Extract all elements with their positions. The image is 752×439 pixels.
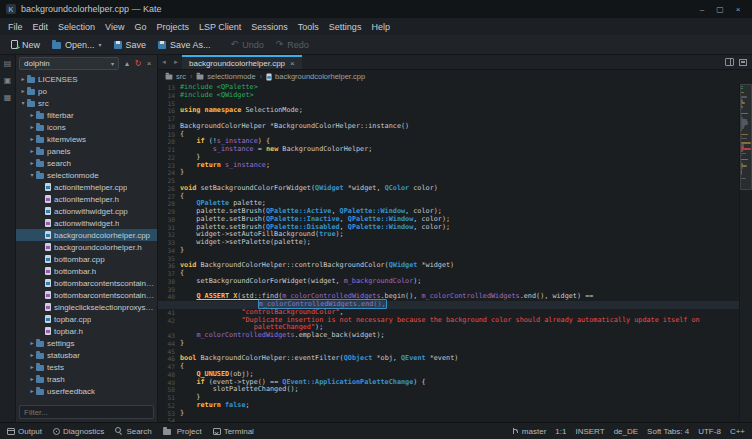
code-line[interactable]: 14#include <QWidget> [158, 92, 739, 100]
chevron-right-icon[interactable]: ▸ [28, 352, 36, 358]
menu-go[interactable]: Go [129, 21, 151, 33]
up-icon[interactable]: ▴ [122, 60, 132, 68]
statusbar-output-button[interactable]: Output [7, 427, 42, 436]
menu-edit[interactable]: Edit [28, 21, 54, 33]
chevron-right-icon[interactable]: ▸ [28, 340, 36, 346]
minimap-scrollbar[interactable] [739, 83, 752, 422]
statusbar-soft-tabs-4[interactable]: Soft Tabs: 4 [647, 427, 689, 436]
menu-help[interactable]: Help [366, 21, 395, 33]
tree-item-actionwithwidget-cpp[interactable]: actionwithwidget.cpp [16, 205, 157, 217]
tree-item-actionitemhelper-h[interactable]: actionitemhelper.h [16, 193, 157, 205]
close-icon[interactable]: × [144, 60, 154, 68]
code-line[interactable]: 52 return false; [158, 402, 739, 410]
chevron-right-icon[interactable]: ▸ [19, 76, 27, 82]
code-line[interactable]: 43 m_colorControlledWidgets.emplace_back… [158, 332, 739, 340]
chevron-right-icon[interactable]: ▸ [19, 88, 27, 94]
tree-item-po[interactable]: ▸po [16, 85, 157, 97]
tree-item-trash[interactable]: ▸trash [16, 373, 157, 385]
tree-item-settings[interactable]: ▸settings [16, 337, 157, 349]
tree-item-kitemviews[interactable]: ▸kitemviews [16, 133, 157, 145]
tree-item-actionitemhelper-cpp[interactable]: actionitemhelper.cpp [16, 181, 157, 193]
code-line[interactable]: 33 widget->setPalette(palette); [158, 239, 739, 247]
code-line[interactable]: 24} [158, 169, 739, 177]
tree-item-bottombar-h[interactable]: bottombar.h [16, 265, 157, 277]
statusbar-project-button[interactable]: Project [163, 427, 202, 436]
chevron-right-icon[interactable]: ▸ [28, 376, 36, 382]
maximize-button[interactable]: ▢ [712, 2, 728, 16]
statusbar-1-1[interactable]: 1:1 [555, 427, 566, 436]
tree-item-icons[interactable]: ▸icons [16, 121, 157, 133]
menu-projects[interactable]: Projects [151, 21, 194, 33]
tree-item-search[interactable]: ▸search [16, 157, 157, 169]
menu-sessions[interactable]: Sessions [246, 21, 293, 33]
tree-item-tests[interactable]: ▸tests [16, 361, 157, 373]
tree-item-statusbar[interactable]: ▸statusbar [16, 349, 157, 361]
code-line[interactable]: 53} [158, 410, 739, 418]
undo-button[interactable]: ↶Undo [226, 38, 269, 52]
chevron-down-icon[interactable]: ▾ [28, 172, 36, 178]
code-lines[interactable]: 13#include <QPalette>14#include <QWidget… [158, 83, 739, 422]
code-line[interactable]: 21 s_instance = new BackgroundColorHelpe… [158, 146, 739, 154]
project-selector[interactable]: dolphin ▾ [19, 57, 119, 70]
chevron-right-icon[interactable]: ▸ [28, 148, 36, 154]
chevron-right-icon[interactable]: ▸ [28, 388, 36, 394]
statusbar-terminal-button[interactable]: Terminal [213, 427, 254, 436]
code-line[interactable]: 18BackgroundColorHelper *BackgroundColor… [158, 123, 739, 131]
tree-item-panels[interactable]: ▸panels [16, 145, 157, 157]
breadcrumb-selectionmode[interactable]: selectionmode [196, 72, 255, 81]
redo-button[interactable]: ↷Redo [271, 38, 314, 52]
projects-icon[interactable]: ▣ [4, 77, 12, 85]
statusbar-search-button[interactable]: Search [115, 427, 151, 436]
statusbar-c[interactable]: C++ [730, 427, 745, 436]
statusbar-master[interactable]: master [512, 427, 546, 436]
tree-item-licenses[interactable]: ▸LICENSES [16, 73, 157, 85]
code-line[interactable]: 34} [158, 247, 739, 255]
tree-item-backgroundcolorhelper-h[interactable]: backgroundcolorhelper.h [16, 241, 157, 253]
menu-tools[interactable]: Tools [293, 21, 324, 33]
minimap-visible-region[interactable] [740, 84, 752, 190]
code-line[interactable]: 26void setBackgroundColorForWidget(QWidg… [158, 185, 739, 193]
chevron-down-icon[interactable]: ▾ [19, 100, 27, 106]
window-stack-icon[interactable] [739, 59, 747, 66]
filter-input[interactable] [24, 408, 149, 417]
chevron-right-icon[interactable]: ▸ [28, 136, 36, 142]
chevron-right-icon[interactable]: ▸ [28, 124, 36, 130]
tree-item-actionwithwidget-h[interactable]: actionwithwidget.h [16, 217, 157, 229]
tree-item-topbar-h[interactable]: topbar.h [16, 325, 157, 337]
menu-selection[interactable]: Selection [53, 21, 100, 33]
code-line[interactable]: 44} [158, 340, 739, 348]
filesystem-browser-icon[interactable]: ▦ [4, 94, 12, 102]
code-line[interactable]: 46bool BackgroundColorHelper::eventFilte… [158, 355, 739, 363]
breadcrumb-backgroundcolorhelper-cpp[interactable]: backgroundcolorhelper.cpp [266, 72, 365, 81]
tree-item-bottombarcontentscontainer-h[interactable]: bottombarcontentscontainer.h [16, 289, 157, 301]
tree-item-src[interactable]: ▾src [16, 97, 157, 109]
statusbar-insert[interactable]: INSERT [575, 427, 604, 436]
code-line[interactable]: 54 [158, 417, 739, 422]
statusbar-de-de[interactable]: de_DE [614, 427, 638, 436]
tree-item-selectionmode[interactable]: ▾selectionmode [16, 169, 157, 181]
code-line[interactable]: 16using namespace SelectionMode; [158, 107, 739, 115]
tree-item-bottombarcontentscontainer-cpp[interactable]: bottombarcontentscontainer.cpp [16, 277, 157, 289]
minimize-button[interactable]: – [694, 2, 710, 16]
tab-back-icon[interactable]: ◂ [158, 55, 170, 69]
split-view-icon[interactable] [725, 58, 734, 66]
open-button[interactable]: Open...▾ [47, 38, 107, 52]
save-button[interactable]: Save [109, 38, 152, 52]
documents-icon[interactable]: ▤ [4, 60, 12, 68]
tree-item-topbar-cpp[interactable]: topbar.cpp [16, 313, 157, 325]
tree-item-singleclickselectionproxystyle-h[interactable]: singleclickselectionproxystyle.h [16, 301, 157, 313]
chevron-right-icon[interactable]: ▸ [28, 364, 36, 370]
breadcrumb-src[interactable]: src [165, 72, 186, 81]
statusbar-utf-8[interactable]: UTF-8 [698, 427, 721, 436]
reload-icon[interactable]: ↻ [133, 60, 143, 68]
tree-item-backgroundcolorhelper-cpp[interactable]: backgroundcolorhelper.cpp [16, 229, 157, 241]
statusbar-diagnostics-button[interactable]: Diagnostics [53, 427, 104, 436]
code-line[interactable]: 38 setBackgroundColorForWidget(widget, m… [158, 278, 739, 286]
tab-forward-icon[interactable]: ▸ [170, 55, 182, 69]
tree-item-bottombar-cpp[interactable]: bottombar.cpp [16, 253, 157, 265]
menu-view[interactable]: View [100, 21, 129, 33]
close-button[interactable]: × [730, 2, 746, 16]
tree-item-userfeedback[interactable]: ▸userfeedback [16, 385, 157, 397]
new-button[interactable]: New [6, 38, 45, 52]
chevron-right-icon[interactable]: ▸ [28, 112, 36, 118]
